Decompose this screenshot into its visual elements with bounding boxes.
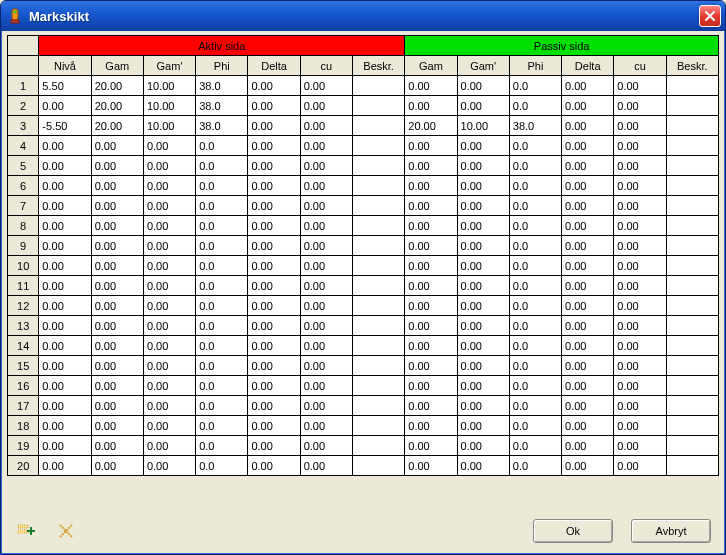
cell-p_beskr[interactable] [666,96,718,116]
cell-beskr[interactable] [352,116,404,136]
cell-p_beskr[interactable] [666,316,718,336]
cell-gamp[interactable]: 0.00 [143,356,195,376]
cell-p_beskr[interactable] [666,256,718,276]
cell-phi[interactable]: 38.0 [196,96,248,116]
cell-delta[interactable]: 0.00 [248,136,300,156]
table-row[interactable]: 180.000.000.000.00.000.000.000.000.00.00… [8,416,719,436]
cell-delta[interactable]: 0.00 [248,176,300,196]
row-number[interactable]: 7 [8,196,39,216]
cell-p_phi[interactable]: 38.0 [509,116,561,136]
cell-gamp[interactable]: 10.00 [143,76,195,96]
cell-cu[interactable]: 0.00 [300,136,352,156]
table-row[interactable]: 3-5.5020.0010.0038.00.000.0020.0010.0038… [8,116,719,136]
row-number[interactable]: 6 [8,176,39,196]
cell-p_cu[interactable]: 0.00 [614,216,666,236]
row-number[interactable]: 8 [8,216,39,236]
cell-gam[interactable]: 0.00 [91,416,143,436]
cell-phi[interactable]: 0.0 [196,316,248,336]
cell-delta[interactable]: 0.00 [248,236,300,256]
cell-phi[interactable]: 0.0 [196,276,248,296]
cell-delta[interactable]: 0.00 [248,356,300,376]
cell-gamp[interactable]: 0.00 [143,216,195,236]
table-row[interactable]: 90.000.000.000.00.000.000.000.000.00.000… [8,236,719,256]
cell-cu[interactable]: 0.00 [300,376,352,396]
add-row-button[interactable] [15,520,37,542]
cell-delta[interactable]: 0.00 [248,316,300,336]
cell-gam[interactable]: 20.00 [91,116,143,136]
cell-gam[interactable]: 0.00 [91,276,143,296]
cell-p_phi[interactable]: 0.0 [509,276,561,296]
cell-p_beskr[interactable] [666,296,718,316]
cell-gam[interactable]: 0.00 [91,356,143,376]
cell-beskr[interactable] [352,436,404,456]
cell-p_phi[interactable]: 0.0 [509,96,561,116]
cell-p_beskr[interactable] [666,376,718,396]
cell-p_phi[interactable]: 0.0 [509,376,561,396]
cell-p_phi[interactable]: 0.0 [509,336,561,356]
cell-p_delta[interactable]: 0.00 [562,296,614,316]
row-number[interactable]: 16 [8,376,39,396]
cell-niva[interactable]: 0.00 [39,356,91,376]
cell-cu[interactable]: 0.00 [300,116,352,136]
cell-p_gamp[interactable]: 0.00 [457,296,509,316]
cell-gam[interactable]: 0.00 [91,156,143,176]
cell-p_phi[interactable]: 0.0 [509,76,561,96]
cell-p_gamp[interactable]: 0.00 [457,436,509,456]
cell-delta[interactable]: 0.00 [248,396,300,416]
row-number[interactable]: 13 [8,316,39,336]
cell-p_gamp[interactable]: 10.00 [457,116,509,136]
cell-delta[interactable]: 0.00 [248,96,300,116]
table-row[interactable]: 20.0020.0010.0038.00.000.000.000.000.00.… [8,96,719,116]
row-number[interactable]: 18 [8,416,39,436]
cell-p_beskr[interactable] [666,336,718,356]
cell-niva[interactable]: 0.00 [39,456,91,476]
table-row[interactable]: 190.000.000.000.00.000.000.000.000.00.00… [8,436,719,456]
cell-niva[interactable]: 0.00 [39,176,91,196]
cell-p_cu[interactable]: 0.00 [614,236,666,256]
table-row[interactable]: 40.000.000.000.00.000.000.000.000.00.000… [8,136,719,156]
cell-p_beskr[interactable] [666,176,718,196]
cell-beskr[interactable] [352,456,404,476]
cell-p_delta[interactable]: 0.00 [562,256,614,276]
table-row[interactable]: 15.5020.0010.0038.00.000.000.000.000.00.… [8,76,719,96]
cell-p_cu[interactable]: 0.00 [614,376,666,396]
cell-gamp[interactable]: 0.00 [143,236,195,256]
cell-p_delta[interactable]: 0.00 [562,136,614,156]
cell-niva[interactable]: 0.00 [39,336,91,356]
cell-p_cu[interactable]: 0.00 [614,456,666,476]
cell-p_delta[interactable]: 0.00 [562,216,614,236]
cell-p_gam[interactable]: 0.00 [405,236,457,256]
cell-niva[interactable]: 5.50 [39,76,91,96]
cell-beskr[interactable] [352,416,404,436]
cell-niva[interactable]: 0.00 [39,156,91,176]
cell-p_phi[interactable]: 0.0 [509,156,561,176]
cell-p_gam[interactable]: 20.00 [405,116,457,136]
cell-cu[interactable]: 0.00 [300,256,352,276]
cell-p_gamp[interactable]: 0.00 [457,416,509,436]
cell-beskr[interactable] [352,236,404,256]
cell-niva[interactable]: 0.00 [39,276,91,296]
table-row[interactable]: 80.000.000.000.00.000.000.000.000.00.000… [8,216,719,236]
cell-p_delta[interactable]: 0.00 [562,176,614,196]
table-row[interactable]: 150.000.000.000.00.000.000.000.000.00.00… [8,356,719,376]
cell-beskr[interactable] [352,216,404,236]
cell-niva[interactable]: 0.00 [39,416,91,436]
cell-gamp[interactable]: 0.00 [143,456,195,476]
row-number[interactable]: 11 [8,276,39,296]
cell-p_gamp[interactable]: 0.00 [457,156,509,176]
cell-p_gamp[interactable]: 0.00 [457,176,509,196]
data-grid[interactable]: Aktiv sida Passiv sida Nivå Gam Gam' Phi… [7,35,719,476]
cell-gamp[interactable]: 10.00 [143,116,195,136]
cell-phi[interactable]: 0.0 [196,156,248,176]
cell-beskr[interactable] [352,256,404,276]
cell-gam[interactable]: 0.00 [91,236,143,256]
cell-gam[interactable]: 0.00 [91,376,143,396]
cell-phi[interactable]: 38.0 [196,76,248,96]
col-beskr[interactable]: Beskr. [352,56,404,76]
cell-p_beskr[interactable] [666,416,718,436]
cell-delta[interactable]: 0.00 [248,376,300,396]
cell-p_cu[interactable]: 0.00 [614,96,666,116]
cell-p_phi[interactable]: 0.0 [509,236,561,256]
col-gam[interactable]: Gam [91,56,143,76]
cell-p_delta[interactable]: 0.00 [562,236,614,256]
